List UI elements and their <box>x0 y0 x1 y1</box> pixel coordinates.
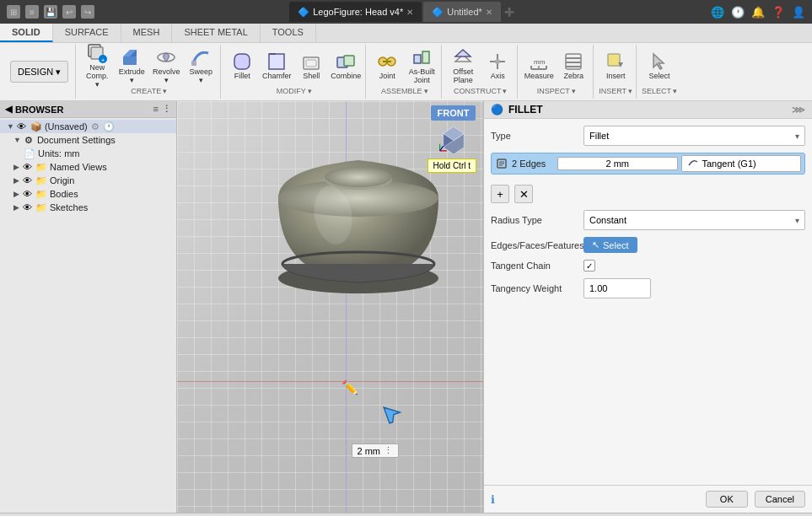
tangent-box: Tangent (G1) <box>681 155 802 172</box>
tree-item-doc-settings[interactable]: ▼ ⚙ Document Settings <box>0 133 176 147</box>
panel-expand-icon[interactable]: ⋙ <box>792 105 805 116</box>
tab-icon: 🔷 <box>298 7 309 18</box>
edges-faces-select-button[interactable]: ↖ Select <box>583 237 637 253</box>
zebra-button[interactable]: Zebra <box>557 48 589 83</box>
tree-item-origin[interactable]: ▶ 👁 📁 Origin <box>0 174 176 187</box>
clock-icon[interactable]: 🕐 <box>731 6 745 19</box>
axis-button[interactable]: Axis <box>481 48 514 83</box>
tree-arrow-origin[interactable]: ▶ <box>13 176 19 185</box>
settings-gear-icon[interactable]: ⚙ <box>91 121 99 132</box>
browser-filter-icon[interactable]: ≡ <box>153 104 159 115</box>
axis-icon <box>487 51 508 73</box>
measurement-value: 2 mm <box>358 446 381 456</box>
new-component-button[interactable]: + NewComp. <box>81 48 113 83</box>
svg-rect-19 <box>414 55 421 63</box>
construct-items: OffsetPlane Axis <box>447 48 514 83</box>
toolbar-group-construct: OffsetPlane Axis CONSTRUCT ▾ <box>444 45 518 99</box>
edges-value[interactable]: 2 mm <box>557 157 678 170</box>
user-icon[interactable]: 👤 <box>792 6 805 19</box>
shell-icon <box>300 51 322 73</box>
browser-collapse-icon[interactable]: ◀ <box>5 104 12 115</box>
redo-icon[interactable]: ↪ <box>81 5 94 19</box>
front-label[interactable]: FRONT <box>431 108 476 118</box>
shell-button[interactable]: Shell <box>295 48 327 83</box>
tree-item-bodies[interactable]: ▶ 👁 📁 Bodies <box>0 187 176 201</box>
fillet-button[interactable]: Fillet <box>226 48 258 83</box>
combine-icon <box>335 51 357 73</box>
panel-title-bar: 🔵 FILLET ⋙ <box>484 101 812 119</box>
sweep-label: Sweep <box>186 68 215 85</box>
add-button[interactable]: + <box>491 185 509 203</box>
remove-button[interactable]: ✕ <box>514 185 533 203</box>
combine-button[interactable]: Combine <box>330 48 362 83</box>
select-button[interactable]: Select <box>643 48 675 83</box>
doc-settings-icon: ⚙ <box>23 134 35 146</box>
tangent-chain-control: ✓ <box>583 260 805 271</box>
tree-arrow-named-views[interactable]: ▶ <box>13 163 19 171</box>
insert-arrow: ▾ <box>628 87 632 95</box>
tab-surface[interactable]: SURFACE <box>53 24 121 42</box>
view-cube[interactable]: FRONT <box>430 108 476 154</box>
joint-icon <box>376 51 398 73</box>
cancel-button[interactable]: Cancel <box>755 491 805 508</box>
insert-button[interactable]: Insert <box>600 48 632 83</box>
save-icon[interactable]: 💾 <box>44 5 57 19</box>
tab-mesh[interactable]: MESH <box>121 24 173 42</box>
inspect-arrow: ▾ <box>572 87 576 95</box>
ok-button[interactable]: OK <box>706 491 748 508</box>
menu-icon[interactable]: ≡ <box>25 5 39 19</box>
undo-icon[interactable]: ↩ <box>62 5 76 19</box>
extrude-button[interactable]: Extrude <box>116 48 148 83</box>
grid-icon[interactable]: ⊞ <box>7 5 20 19</box>
tab-tools[interactable]: TOOLS <box>261 24 316 42</box>
tab-close[interactable]: ✕ <box>406 8 413 17</box>
sweep-button[interactable]: Sweep <box>185 48 217 83</box>
tree-arrow-root[interactable]: ▼ <box>7 122 14 131</box>
inspect-items: mm Measure Zebra <box>523 48 589 83</box>
browser-icon[interactable]: 🌐 <box>711 6 724 19</box>
toolbar-row: DESIGN ▾ + NewComp. <box>0 43 812 100</box>
offset-plane-button[interactable]: OffsetPlane <box>447 48 479 83</box>
tree-arrow-bodies[interactable]: ▶ <box>13 190 19 198</box>
design-label: DESIGN ▾ <box>18 67 61 78</box>
tab-untitled[interactable]: 🔷 Untitled* ✕ <box>423 2 501 22</box>
as-built-button[interactable]: As-BuiltJoint <box>406 48 438 83</box>
tab-lego-head[interactable]: 🔷 LegoFigure: Head v4* ✕ <box>289 2 422 22</box>
tree-item-sketches[interactable]: ▶ 👁 📁 Sketches <box>0 201 176 214</box>
tangent-chain-checkbox[interactable]: ✓ <box>583 260 595 271</box>
tangency-weight-label: Tangency Weight <box>491 283 583 293</box>
tab-close2[interactable]: ✕ <box>486 8 492 17</box>
type-select[interactable]: Fillet ▾ <box>583 126 805 146</box>
measure-button[interactable]: mm Measure <box>523 48 555 83</box>
new-tab-icon[interactable]: ➕ <box>503 5 516 19</box>
svg-rect-9 <box>234 54 250 69</box>
tangency-weight-value: 1.00 <box>589 283 607 293</box>
joint-button[interactable]: Joint <box>371 48 403 83</box>
tab-solid[interactable]: SOLID <box>0 24 53 42</box>
viewport[interactable]: ✏️ 2 mm ⋮ FRONT <box>177 101 483 513</box>
top-bar: ⊞ ≡ 💾 ↩ ↪ 🔷 LegoFigure: Head v4* ✕ 🔷 Unt… <box>0 0 812 24</box>
chamfer-button[interactable]: Chamfer <box>261 48 293 83</box>
browser-options-icon[interactable]: ⋮ <box>162 104 171 115</box>
tree-arrow-doc[interactable]: ▼ <box>13 136 21 144</box>
radius-type-select[interactable]: Constant ▾ <box>583 210 805 230</box>
bell-icon[interactable]: 🔔 <box>751 6 765 19</box>
help-icon[interactable]: ❓ <box>772 6 785 19</box>
tangency-weight-input[interactable]: 1.00 <box>583 278 651 298</box>
shell-label: Shell <box>303 73 320 81</box>
tree-item-named-views[interactable]: ▶ 👁 📁 Named Views <box>0 160 176 174</box>
tab-sheet-metal[interactable]: SHEET METAL <box>172 24 260 42</box>
tree-item-root[interactable]: ▼ 👁 📦 (Unsaved) ⚙ 🕐 <box>0 120 176 133</box>
radius-type-control: Constant ▾ <box>583 210 805 230</box>
footer-info: ℹ <box>491 493 495 506</box>
measurement-menu[interactable]: ⋮ <box>384 445 393 456</box>
modify-label: MODIFY ▾ <box>277 87 312 95</box>
revolve-icon <box>155 46 177 68</box>
fillet-panel: 🔵 FILLET ⋙ Type Fillet ▾ <box>483 101 812 513</box>
edges-label: 2 Edges <box>512 159 554 169</box>
toolbar-group-modify: Fillet Chamfer <box>223 45 366 99</box>
tree-label-origin: Origin <box>50 175 74 185</box>
tree-arrow-sketches[interactable]: ▶ <box>13 203 19 212</box>
revolve-button[interactable]: Revolve <box>150 48 182 83</box>
design-button[interactable]: DESIGN ▾ <box>10 61 68 83</box>
